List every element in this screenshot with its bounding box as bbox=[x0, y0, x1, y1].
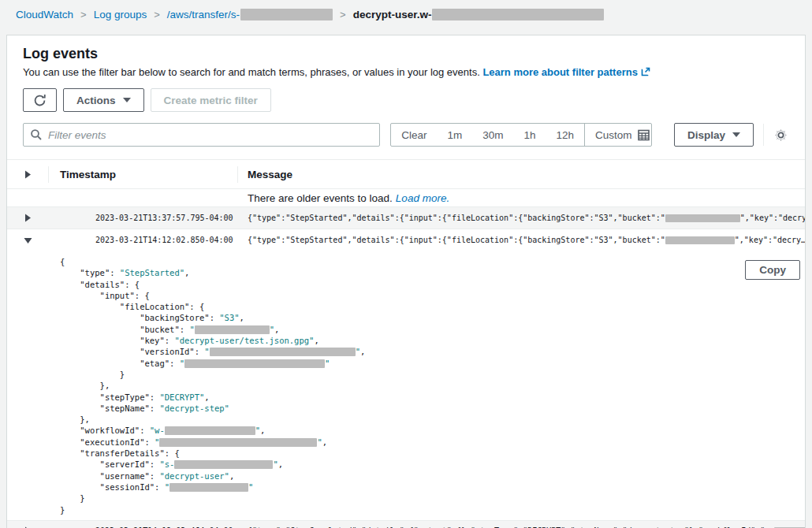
json-line: }, bbox=[60, 414, 805, 425]
chevron-down-icon bbox=[123, 98, 131, 102]
preferences-button[interactable] bbox=[773, 127, 789, 143]
breadcrumb-item[interactable]: CloudWatch bbox=[16, 9, 73, 20]
json-line: "etag": "" bbox=[60, 358, 805, 369]
older-events-text: There are older events to load. bbox=[237, 192, 393, 204]
json-line: "sessionId": "" bbox=[60, 482, 805, 493]
time-range-1h[interactable]: 1h bbox=[513, 124, 546, 146]
time-range-12h[interactable]: 12h bbox=[546, 124, 584, 146]
log-event-row: 2023-03-21T14:12:03.464-04:00{"type":"St… bbox=[7, 520, 805, 528]
json-line: } bbox=[60, 369, 805, 380]
breadcrumb-item[interactable]: /aws/transfer/s- bbox=[167, 9, 240, 20]
filter-bar: Clear1m30m1h12hCustom Display bbox=[23, 123, 789, 147]
json-line: "input": { bbox=[60, 290, 805, 301]
breadcrumb-separator: > bbox=[80, 9, 87, 20]
external-link-icon bbox=[641, 67, 650, 76]
chevron-down-icon bbox=[24, 237, 32, 244]
event-timestamp: 2023-03-21T13:37:57.795-04:00 bbox=[48, 214, 237, 222]
json-line: "versionId": "", bbox=[60, 346, 805, 357]
create-metric-filter-button[interactable]: Create metric filter bbox=[151, 88, 271, 112]
event-message: {"type":"StepStarted","details":{"input"… bbox=[237, 236, 805, 244]
json-line: } bbox=[60, 493, 805, 504]
page-title: Log events bbox=[23, 46, 789, 62]
message-column-header: Message bbox=[237, 169, 805, 180]
json-line: }, bbox=[60, 380, 805, 391]
expander-column-header[interactable] bbox=[7, 170, 48, 179]
redacted-text bbox=[159, 438, 317, 447]
copy-button[interactable]: Copy bbox=[745, 260, 800, 280]
redacted-text bbox=[665, 214, 740, 222]
json-line: } bbox=[60, 504, 805, 515]
breadcrumb-separator: > bbox=[340, 9, 346, 20]
breadcrumb-item[interactable]: Log groups bbox=[94, 9, 147, 20]
breadcrumb-item: decrypt-user.w- bbox=[353, 9, 432, 20]
filter-events-input[interactable] bbox=[48, 129, 373, 141]
event-timestamp: 2023-03-21T14:12:02.850-04:00 bbox=[48, 236, 237, 244]
json-line: "workflowId": "w-", bbox=[60, 425, 805, 436]
redacted-text bbox=[174, 460, 273, 469]
page-description: You can use the filter bar below to sear… bbox=[23, 66, 789, 78]
time-range-custom[interactable]: Custom bbox=[584, 124, 652, 146]
expand-toggle[interactable] bbox=[7, 237, 48, 244]
json-line: "details": { bbox=[60, 279, 805, 290]
breadcrumb: CloudWatch>Log groups>/aws/transfer/s->d… bbox=[0, 0, 812, 28]
expanded-event-detail: Copy{ "type": "StepStarted", "details": … bbox=[7, 251, 805, 520]
divider bbox=[763, 124, 764, 146]
json-line: "transferDetails": { bbox=[60, 448, 805, 459]
log-events-table: Timestamp Message There are older events… bbox=[7, 159, 805, 528]
table-header: Timestamp Message bbox=[7, 160, 805, 189]
log-events-card: Log events You can use the filter bar be… bbox=[6, 35, 806, 528]
time-range-30m[interactable]: 30m bbox=[472, 124, 513, 146]
json-line: "stepName": "decrypt-step" bbox=[60, 403, 805, 414]
json-line: "bucket": "", bbox=[60, 324, 805, 335]
display-button[interactable]: Display bbox=[674, 123, 754, 147]
json-line: "executionId": "", bbox=[60, 437, 805, 448]
chevron-right-icon bbox=[24, 170, 31, 179]
json-line: "username": "decrypt-user", bbox=[60, 470, 805, 482]
card-header: Log events You can use the filter bar be… bbox=[7, 35, 805, 78]
redacted-text bbox=[432, 9, 604, 20]
refresh-icon bbox=[33, 94, 47, 107]
refresh-button[interactable] bbox=[23, 88, 57, 112]
search-box[interactable] bbox=[23, 123, 380, 147]
table-body: 2023-03-21T13:37:57.795-04:00{"type":"St… bbox=[7, 206, 805, 528]
toolbar: Actions Create metric filter bbox=[23, 88, 789, 112]
description-text: You can use the filter bar below to sear… bbox=[23, 66, 480, 78]
redacted-text bbox=[665, 236, 735, 244]
log-event-row: 2023-03-21T14:12:02.850-04:00{"type":"St… bbox=[7, 229, 805, 251]
json-line: "serverId": "s-", bbox=[60, 459, 805, 470]
json-line: "type": "StepStarted", bbox=[60, 267, 805, 278]
json-line: { bbox=[60, 256, 805, 267]
redacted-text bbox=[169, 483, 248, 492]
column-divider bbox=[48, 166, 49, 183]
breadcrumb-separator: > bbox=[154, 9, 160, 20]
older-events-row: There are older events to load. Load mor… bbox=[7, 189, 805, 206]
time-range-clear[interactable]: Clear bbox=[391, 124, 437, 146]
log-event-row: 2023-03-21T13:37:57.795-04:00{"type":"St… bbox=[7, 206, 805, 229]
redacted-text bbox=[184, 359, 325, 368]
search-icon bbox=[30, 128, 43, 141]
time-range-selector: Clear1m30m1h12hCustom bbox=[390, 123, 652, 147]
chevron-right-icon bbox=[24, 214, 31, 222]
json-line: "fileLocation": { bbox=[60, 301, 805, 312]
settings-gear-icon bbox=[773, 127, 789, 143]
actions-button[interactable]: Actions bbox=[63, 88, 144, 112]
time-range-1m[interactable]: 1m bbox=[437, 124, 472, 146]
event-message: {"type":"StepStarted","details":{"input"… bbox=[237, 214, 805, 222]
calendar-icon bbox=[638, 129, 650, 141]
load-more-link[interactable]: Load more. bbox=[396, 192, 449, 204]
timestamp-column-header: Timestamp bbox=[48, 169, 237, 180]
json-line: "backingStore": "S3", bbox=[60, 312, 805, 323]
learn-more-link[interactable]: Learn more about filter patterns bbox=[482, 66, 650, 78]
chevron-down-icon bbox=[732, 132, 740, 137]
expand-toggle[interactable] bbox=[7, 214, 48, 222]
redacted-text bbox=[195, 325, 270, 334]
redacted-text bbox=[240, 9, 333, 20]
column-divider bbox=[237, 166, 238, 183]
json-line: "key": "decrypt-user/test.json.gpg", bbox=[60, 335, 805, 346]
redacted-text bbox=[165, 426, 255, 435]
redacted-text bbox=[210, 348, 356, 356]
json-line: "stepType": "DECRYPT", bbox=[60, 392, 805, 403]
